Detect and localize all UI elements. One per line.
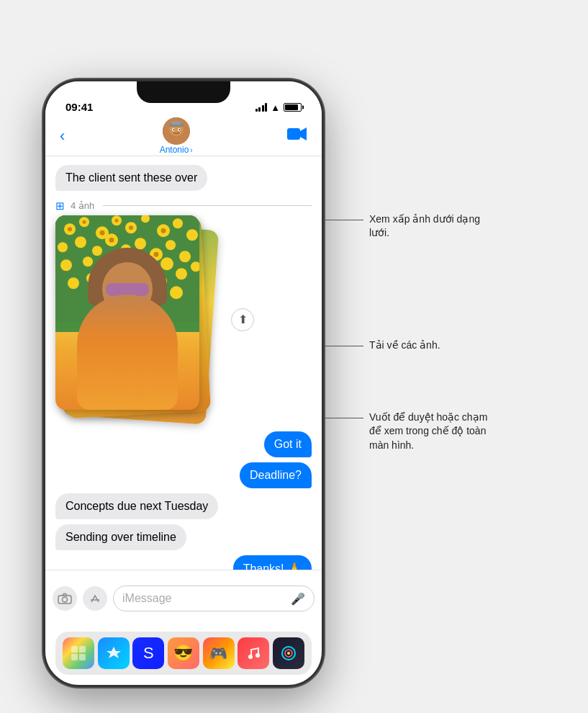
contact-name[interactable]: Antonio › (160, 145, 193, 155)
message-bubble-received-concepts: Concepts due next Tuesday (55, 493, 218, 519)
dock-music-icon[interactable] (238, 637, 269, 669)
svg-point-25 (135, 238, 146, 249)
svg-point-6 (173, 129, 174, 130)
wifi-icon: ▲ (271, 102, 280, 113)
message-bubble-sent-deadline: Deadline? (240, 462, 312, 488)
battery-fill (285, 104, 298, 110)
message-bubble-sent-thanks: Thanks! 🙏 (233, 555, 312, 570)
signal-bars-icon (255, 103, 268, 112)
message-row-got-it: Got it (55, 431, 312, 460)
photo-image (55, 215, 199, 410)
svg-point-64 (287, 652, 290, 655)
dock-games-icon[interactable]: 🎮 (203, 637, 235, 669)
contact-chevron-icon: › (190, 146, 192, 154)
svg-point-45 (68, 227, 72, 231)
video-call-button[interactable] (287, 127, 307, 145)
svg-point-29 (60, 259, 72, 271)
message-row-thanks: Thanks! 🙏 (55, 555, 312, 570)
phone-frame: 09:41 ▲ ‹ (43, 79, 324, 687)
dock-appstore-icon[interactable] (98, 637, 130, 669)
input-area[interactable]: iMessage 🎤 (45, 570, 322, 627)
svg-point-49 (129, 225, 133, 230)
message-bubble-received: The client sent these over (55, 165, 207, 191)
app-dock: S 😎 🎮 (55, 632, 312, 675)
svg-rect-59 (79, 654, 86, 660)
avatar (163, 117, 190, 145)
annotations: Xem xấp ảnh dưới dạng lưới. Tải về các ả… (324, 79, 588, 687)
imessage-input[interactable]: iMessage 🎤 (113, 586, 315, 611)
svg-rect-57 (79, 646, 86, 653)
svg-point-54 (63, 597, 68, 602)
dock-photos-icon[interactable] (63, 637, 94, 669)
dock-fitness-icon[interactable] (273, 637, 304, 669)
status-icons: ▲ (255, 102, 302, 113)
app-store-button[interactable] (83, 586, 107, 611)
battery-icon (284, 103, 302, 112)
message-row-deadline: Deadline? (55, 462, 312, 491)
photo-card-front[interactable] (55, 215, 199, 410)
svg-point-52 (154, 251, 159, 256)
annotation-swipe-text: Vuốt để duyệt hoặc chạm để xem trong chế… (363, 411, 500, 453)
svg-point-38 (68, 277, 79, 289)
microphone-icon[interactable]: 🎤 (291, 592, 305, 606)
svg-point-30 (83, 256, 93, 266)
svg-point-27 (166, 240, 176, 250)
annotation-download: Tải về các ảnh. (324, 338, 440, 353)
svg-rect-56 (71, 646, 78, 653)
status-time: 09:41 (65, 101, 93, 113)
divider (103, 205, 312, 206)
contact-info[interactable]: Antonio › (160, 117, 193, 155)
svg-point-28 (179, 251, 191, 262)
annotation-swipe: Vuốt để duyệt hoặc chạm để xem trong chế… (324, 411, 500, 453)
svg-marker-9 (300, 127, 307, 140)
download-button[interactable]: ⬆ (231, 308, 254, 331)
svg-rect-8 (287, 128, 300, 140)
svg-point-60 (248, 655, 253, 659)
svg-point-22 (92, 246, 102, 256)
message-row-concepts: Concepts due next Tuesday (55, 493, 312, 522)
svg-point-44 (170, 286, 183, 299)
camera-button[interactable] (53, 586, 77, 611)
svg-point-36 (176, 268, 187, 279)
input-placeholder: iMessage (122, 592, 171, 605)
svg-point-19 (186, 229, 198, 241)
dock-shazam-icon[interactable]: S (132, 637, 164, 669)
svg-rect-58 (71, 654, 78, 660)
annotation-grid: Xem xấp ảnh dưới dạng lưới. (324, 212, 500, 241)
message-bubble-received-timeline: Sending over timeline (55, 524, 186, 550)
svg-point-21 (75, 236, 86, 248)
message-row-timeline: Sending over timeline (55, 524, 312, 553)
svg-point-20 (58, 242, 68, 252)
svg-point-61 (255, 653, 260, 658)
annotation-grid-text: Xem xấp ảnh dưới dạng lưới. (363, 212, 500, 241)
svg-point-18 (173, 218, 183, 228)
back-button[interactable]: ‹ (60, 127, 65, 145)
notch (137, 81, 230, 103)
messages-area[interactable]: The client sent these over ⊞ 4 ảnh (45, 156, 322, 570)
grid-icon: ⊞ (55, 199, 65, 212)
dock-memoji-icon[interactable]: 😎 (168, 637, 199, 669)
svg-point-48 (115, 218, 119, 222)
photo-count-label: ⊞ 4 ảnh (55, 199, 312, 212)
svg-point-51 (109, 237, 114, 242)
message-row: The client sent these over (55, 165, 312, 194)
photo-stack[interactable] (55, 215, 214, 424)
message-bubble-sent-got-it: Got it (264, 431, 312, 457)
svg-point-50 (161, 228, 166, 233)
svg-rect-3 (171, 121, 181, 125)
photo-stack-row[interactable]: ⊞ 4 ảnh (55, 199, 312, 424)
navigation-bar: ‹ (45, 117, 322, 156)
annotation-download-text: Tải về các ảnh. (363, 338, 440, 353)
svg-point-47 (100, 230, 105, 235)
svg-point-46 (83, 220, 86, 223)
svg-point-7 (178, 129, 180, 130)
